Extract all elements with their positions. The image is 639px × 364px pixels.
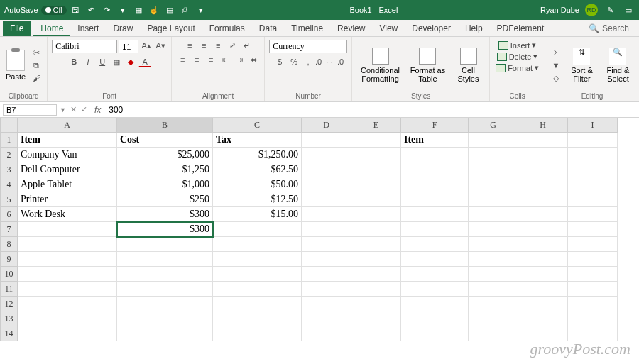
cell-B7[interactable]: $300: [117, 222, 213, 237]
enter-icon[interactable]: ✓: [81, 105, 87, 114]
tab-help[interactable]: Help: [458, 21, 490, 36]
cell-A14[interactable]: [18, 326, 117, 341]
cell-I8[interactable]: [568, 237, 618, 252]
italic-button[interactable]: I: [82, 56, 94, 67]
cell-H8[interactable]: [518, 237, 568, 252]
decrease-decimal-icon[interactable]: ←.0: [330, 56, 343, 67]
tab-insert[interactable]: Insert: [70, 21, 106, 36]
row-header-9[interactable]: 9: [1, 252, 18, 267]
border-button[interactable]: ▦: [110, 56, 123, 67]
cell-C7[interactable]: [213, 222, 302, 237]
cell-G9[interactable]: [469, 252, 518, 267]
cell-I9[interactable]: [568, 252, 618, 267]
tab-home[interactable]: Home: [33, 21, 70, 36]
col-header-E[interactable]: E: [351, 118, 401, 133]
grid-icon[interactable]: ▤: [163, 4, 176, 16]
spreadsheet-grid[interactable]: ABCDEFGHI1ItemCostTaxItem2Company Van$25…: [0, 118, 639, 341]
indent-right-icon[interactable]: ⇥: [233, 54, 246, 65]
cell-F13[interactable]: [401, 311, 469, 326]
cell-G10[interactable]: [469, 267, 518, 282]
cell-D10[interactable]: [302, 267, 351, 282]
format-painter-icon[interactable]: 🖌: [30, 72, 43, 84]
cell-C13[interactable]: [213, 311, 302, 326]
cell-E4[interactable]: [351, 177, 401, 192]
cell-B12[interactable]: [117, 297, 213, 311]
row-header-10[interactable]: 10: [1, 267, 18, 282]
col-header-C[interactable]: C: [213, 118, 302, 133]
cell-D14[interactable]: [302, 326, 351, 341]
select-all-corner[interactable]: [1, 118, 18, 133]
grow-font-icon[interactable]: A▴: [140, 40, 153, 51]
row-header-1[interactable]: 1: [1, 133, 18, 148]
tab-view[interactable]: View: [372, 21, 405, 36]
cell-A3[interactable]: Dell Computer: [18, 162, 117, 177]
cell-G3[interactable]: [469, 162, 518, 177]
format-as-table-button[interactable]: Format as Table: [407, 46, 449, 84]
col-header-D[interactable]: D: [302, 118, 351, 133]
draw-icon[interactable]: ✎: [604, 4, 616, 16]
fx-icon[interactable]: fx: [92, 105, 104, 115]
cell-G5[interactable]: [469, 192, 518, 207]
fill-icon[interactable]: ▼: [550, 60, 562, 71]
redo-icon[interactable]: ↷: [101, 4, 114, 16]
indent-left-icon[interactable]: ⇤: [219, 54, 231, 65]
cell-G12[interactable]: [469, 297, 518, 311]
cell-C5[interactable]: $12.50: [213, 192, 302, 207]
cell-I4[interactable]: [568, 177, 618, 192]
cell-E7[interactable]: [351, 222, 401, 237]
format-button[interactable]: Format▾: [494, 62, 540, 73]
merge-icon[interactable]: ⇔: [247, 54, 260, 65]
col-header-G[interactable]: G: [469, 118, 518, 133]
touch-icon[interactable]: ☝: [148, 4, 160, 16]
tab-draw[interactable]: Draw: [106, 21, 140, 36]
cell-E13[interactable]: [351, 311, 401, 326]
row-header-14[interactable]: 14: [1, 326, 18, 341]
cell-B9[interactable]: [117, 252, 213, 267]
cell-B4[interactable]: $1,000: [117, 177, 213, 192]
currency-icon[interactable]: $: [273, 56, 286, 67]
tab-developer[interactable]: Developer: [405, 21, 458, 36]
cell-H1[interactable]: [518, 133, 568, 148]
row-header-7[interactable]: 7: [1, 222, 18, 237]
cell-A1[interactable]: Item: [18, 133, 117, 148]
tab-formulas[interactable]: Formulas: [202, 21, 252, 36]
ribbon-options-icon[interactable]: ▭: [622, 4, 635, 16]
cell-B8[interactable]: [117, 237, 213, 252]
sort-filter-button[interactable]: ⇅Sort & Filter: [565, 46, 599, 84]
cell-A6[interactable]: Work Desk: [18, 207, 117, 222]
row-header-6[interactable]: 6: [1, 207, 18, 222]
cell-H3[interactable]: [518, 162, 568, 177]
cell-F7[interactable]: [401, 222, 469, 237]
cell-B1[interactable]: Cost: [117, 133, 213, 148]
cell-G6[interactable]: [469, 207, 518, 222]
cell-D5[interactable]: [302, 192, 351, 207]
tab-data[interactable]: Data: [252, 21, 284, 36]
cell-F11[interactable]: [401, 282, 469, 297]
cell-A7[interactable]: [18, 222, 117, 237]
cell-F9[interactable]: [401, 252, 469, 267]
name-box[interactable]: [3, 104, 57, 116]
cell-D9[interactable]: [302, 252, 351, 267]
tab-review[interactable]: Review: [330, 21, 372, 36]
cell-E8[interactable]: [351, 237, 401, 252]
autosave-toggle[interactable]: Off: [41, 6, 67, 15]
cell-H7[interactable]: [518, 222, 568, 237]
print-icon[interactable]: ⎙: [179, 4, 192, 16]
cell-A9[interactable]: [18, 252, 117, 267]
cell-B2[interactable]: $25,000: [117, 148, 213, 162]
percent-icon[interactable]: %: [288, 56, 300, 67]
cell-H9[interactable]: [518, 252, 568, 267]
col-header-H[interactable]: H: [518, 118, 568, 133]
comma-icon[interactable]: ,: [302, 56, 315, 67]
col-header-F[interactable]: F: [401, 118, 469, 133]
cell-E2[interactable]: [351, 148, 401, 162]
row-header-13[interactable]: 13: [1, 311, 18, 326]
clear-icon[interactable]: ◇: [550, 72, 562, 84]
find-select-button[interactable]: 🔍Find & Select: [601, 46, 635, 84]
bold-button[interactable]: B: [67, 56, 80, 67]
cell-F5[interactable]: [401, 192, 469, 207]
cell-styles-button[interactable]: Cell Styles: [452, 46, 485, 84]
cell-I1[interactable]: [568, 133, 618, 148]
cell-I12[interactable]: [568, 297, 618, 311]
cell-E10[interactable]: [351, 267, 401, 282]
